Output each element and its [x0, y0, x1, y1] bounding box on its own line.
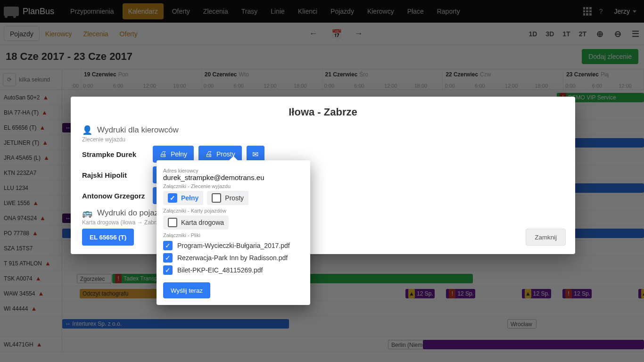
attachment-filename: Program-Wycieczki-Bułgaria_2017.pdf — [177, 242, 290, 249]
email-popover: Adres kierowcy durek_strampke@demotrans.… — [157, 160, 310, 305]
checkbox-icon — [168, 193, 177, 203]
checkbox-icon — [168, 218, 177, 227]
modal-title: Iłowa - Zabrze — [82, 106, 564, 118]
chip-road-card-label: Karta drogowa — [181, 219, 224, 226]
chip-simple[interactable]: Prosty — [207, 191, 248, 205]
driver-row: Antonow Grzegorz🖨Pełny🖨Prosty✉ — [82, 187, 564, 204]
chip-full[interactable]: Pełny — [163, 191, 203, 205]
checkbox-icon — [163, 253, 173, 263]
popover-att-order-label: Załączniki - Zlecenie wyjazdu — [163, 183, 304, 189]
print-modal: Iłowa - Zabrze 👤 Wydruki dla kierowców Z… — [71, 97, 575, 254]
driver-icon: 👤 — [82, 125, 92, 135]
attachment-filename: Bilet-PKP-EIC_48115269.pdf — [177, 266, 263, 274]
checkbox-icon — [212, 193, 221, 203]
popover-att-files-label: Załączniki - Pliki — [163, 232, 304, 238]
popover-email: durek_strampke@demotrans.eu — [163, 173, 304, 181]
driver-name: Antonow Grzegorz — [82, 192, 148, 200]
attachment-row[interactable]: Rezerwacja-Park Inn by Radisson.pdf — [163, 253, 304, 263]
checkbox-icon — [163, 265, 173, 275]
drivers-section-header: 👤 Wydruki dla kierowców — [82, 125, 564, 135]
vehicles-section-subtitle: Karta drogowa (Iłowa → Zabrze) — [82, 219, 564, 226]
driver-row: Strampke Durek🖨Pełny🖨Prosty✉ — [82, 146, 564, 163]
print-icon: 🖨 — [205, 150, 213, 158]
attachment-filename: Rezerwacja-Park Inn by Radisson.pdf — [177, 254, 288, 262]
popover-address-label: Adres kierowcy — [163, 168, 304, 173]
chip-simple-label: Prosty — [225, 194, 244, 202]
chip-road-card[interactable]: Karta drogowa — [163, 215, 229, 230]
send-now-button[interactable]: Wyślij teraz — [163, 282, 210, 298]
vehicle-print-button[interactable]: EL 65656 (T) — [82, 229, 134, 246]
chip-full-label: Pełny — [181, 194, 198, 202]
checkbox-icon — [163, 241, 173, 250]
driver-name: Rajski Hipolit — [82, 171, 148, 179]
attachment-row[interactable]: Program-Wycieczki-Bułgaria_2017.pdf — [163, 241, 304, 250]
modal-close-button[interactable]: Zamknij — [526, 229, 566, 246]
driver-name: Strampke Durek — [82, 150, 148, 158]
attachment-row[interactable]: Bilet-PKP-EIC_48115269.pdf — [163, 265, 304, 275]
popover-att-card-label: Załączniki - Karty pojazdów — [163, 208, 304, 214]
mail-icon: ✉ — [252, 150, 258, 159]
vehicles-section-header: 🚌 Wydruki do pojazdów — [82, 208, 564, 218]
drivers-section-subtitle: Zlecenie wyjazdu — [82, 136, 564, 143]
driver-row: Rajski Hipolit🖨Pełny🖨Prosty✉ — [82, 166, 564, 183]
drivers-section-title: Wydruki dla kierowców — [97, 125, 179, 135]
print-icon: 🖨 — [159, 150, 167, 158]
bus-small-icon: 🚌 — [82, 208, 92, 218]
